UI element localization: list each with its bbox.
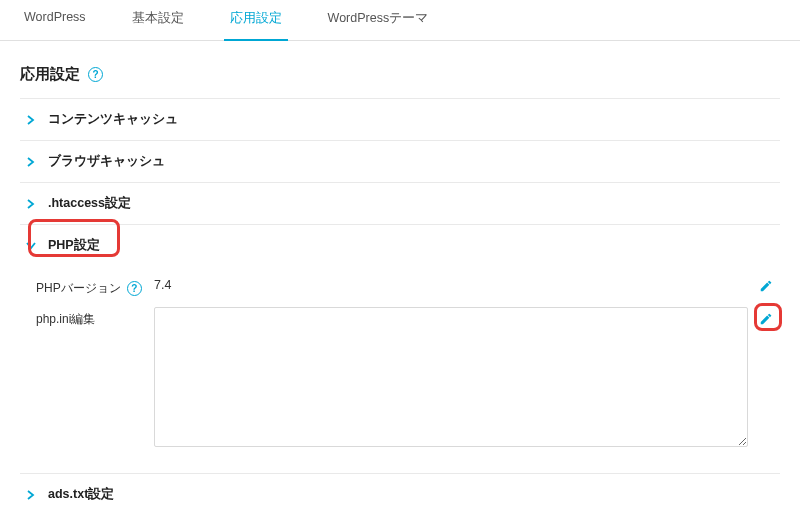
php-version-label: PHPバージョン ? bbox=[24, 278, 154, 297]
section-label: ブラウザキャッシュ bbox=[48, 153, 165, 170]
section-label: ads.txt設定 bbox=[48, 486, 114, 503]
label-text: php.ini編集 bbox=[36, 311, 95, 328]
tab-basic-settings[interactable]: 基本設定 bbox=[126, 0, 190, 41]
label-text: PHPバージョン bbox=[36, 280, 121, 297]
section-label: .htaccess設定 bbox=[48, 195, 131, 212]
tab-advanced-settings[interactable]: 応用設定 bbox=[224, 0, 288, 41]
chevron-right-icon bbox=[24, 115, 38, 125]
section-label: コンテンツキャッシュ bbox=[48, 111, 178, 128]
section-browser-cache: ブラウザキャッシュ bbox=[20, 140, 780, 182]
tab-wp-theme[interactable]: WordPressテーマ bbox=[322, 0, 435, 41]
row-php-ini: php.ini編集 bbox=[24, 307, 776, 447]
help-icon[interactable]: ? bbox=[127, 281, 142, 296]
php-version-value: 7.4 bbox=[154, 278, 171, 292]
help-icon[interactable]: ? bbox=[88, 67, 103, 82]
chevron-right-icon bbox=[24, 490, 38, 500]
section-body-php: PHPバージョン ? 7.4 php.ini編集 bbox=[20, 266, 780, 473]
php-ini-textarea[interactable] bbox=[154, 307, 748, 447]
php-ini-value-wrap bbox=[154, 307, 776, 447]
chevron-right-icon bbox=[24, 199, 38, 209]
chevron-right-icon bbox=[24, 157, 38, 167]
section-content-cache: コンテンツキャッシュ bbox=[20, 98, 780, 140]
section-adstxt: ads.txt設定 bbox=[20, 473, 780, 514]
pencil-icon[interactable] bbox=[758, 311, 774, 327]
php-version-value-wrap: 7.4 bbox=[154, 278, 776, 292]
pencil-icon[interactable] bbox=[758, 278, 774, 294]
section-header-htaccess[interactable]: .htaccess設定 bbox=[20, 183, 780, 224]
settings-tabs: WordPress 基本設定 応用設定 WordPressテーマ bbox=[0, 0, 800, 41]
page-title-row: 応用設定 ? bbox=[20, 65, 780, 84]
section-php: PHP設定 PHPバージョン ? 7.4 php.ini編集 bbox=[20, 224, 780, 473]
page-title: 応用設定 bbox=[20, 65, 80, 84]
section-header-browser-cache[interactable]: ブラウザキャッシュ bbox=[20, 141, 780, 182]
section-header-content-cache[interactable]: コンテンツキャッシュ bbox=[20, 99, 780, 140]
php-ini-label: php.ini編集 bbox=[24, 307, 154, 328]
section-header-php[interactable]: PHP設定 bbox=[20, 225, 780, 266]
chevron-down-icon bbox=[24, 242, 38, 250]
section-label: PHP設定 bbox=[48, 237, 100, 254]
row-php-version: PHPバージョン ? 7.4 bbox=[24, 278, 776, 297]
section-header-adstxt[interactable]: ads.txt設定 bbox=[20, 474, 780, 514]
section-htaccess: .htaccess設定 bbox=[20, 182, 780, 224]
tab-wordpress[interactable]: WordPress bbox=[18, 0, 92, 41]
